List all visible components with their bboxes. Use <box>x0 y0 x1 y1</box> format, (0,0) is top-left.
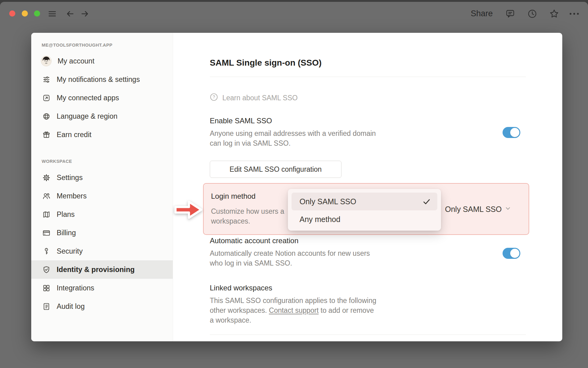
account-section-header: ME@TOOLSFORTHOUGHT.APP <box>42 43 112 48</box>
people-icon <box>42 191 51 201</box>
dropdown-option-label: Any method <box>300 215 340 224</box>
dropdown-option-label: Only SAML SSO <box>300 197 356 206</box>
document-list-icon <box>42 302 51 311</box>
learn-link-label: Learn about SAML SSO <box>222 94 298 102</box>
sidebar-item-security[interactable]: Security <box>31 242 173 260</box>
sidebar-item-label: Earn credit <box>57 131 92 139</box>
sidebar-item-integrations[interactable]: Integrations <box>31 279 173 297</box>
back-arrow-icon[interactable] <box>66 9 75 18</box>
enable-saml-description: Anyone using email addresses with a veri… <box>210 128 376 148</box>
sidebar-item-label: Settings <box>57 174 83 182</box>
toggle-knob <box>510 249 519 258</box>
avatar <box>41 56 52 67</box>
settings-sidebar: ME@TOOLSFORTHOUGHT.APP My account <box>31 33 173 341</box>
annotation-arrow-icon <box>173 198 204 223</box>
sidebar-item-label: Integrations <box>57 284 94 292</box>
zoom-button[interactable] <box>34 10 40 17</box>
gift-icon <box>42 130 51 139</box>
external-link-square-icon <box>42 93 51 102</box>
auto-account-toggle[interactable] <box>503 248 520 259</box>
enable-saml-toggle[interactable] <box>503 127 520 138</box>
svg-text:?: ? <box>213 94 215 99</box>
globe-icon <box>42 112 51 121</box>
sidebar-item-settings[interactable]: Settings <box>31 168 173 187</box>
check-icon <box>422 197 431 206</box>
sidebar-item-label: Language & region <box>57 112 118 121</box>
favorite-star-icon[interactable] <box>549 9 559 19</box>
share-button[interactable]: Share <box>471 9 493 18</box>
sidebar-item-label: My notifications & settings <box>57 75 140 84</box>
chevron-down-icon <box>504 205 511 214</box>
sidebar-item-label: My account <box>58 57 94 65</box>
question-circle-icon: ? <box>210 93 218 103</box>
more-ellipsis-icon[interactable] <box>568 10 580 18</box>
login-method-title: Login method <box>211 192 255 201</box>
workspace-section-header: WORKSPACE <box>42 159 72 164</box>
hamburger-menu-icon[interactable] <box>47 9 57 18</box>
edit-saml-config-button[interactable]: Edit SAML SSO configuration <box>210 161 341 178</box>
credit-card-icon <box>42 228 51 237</box>
sidebar-item-members[interactable]: Members <box>31 187 173 205</box>
login-method-select[interactable]: Only SAML SSO <box>445 205 511 214</box>
dropdown-option-only-saml-sso[interactable]: Only SAML SSO <box>292 193 437 210</box>
sidebar-item-billing[interactable]: Billing <box>31 224 173 242</box>
learn-about-saml-link[interactable]: ? Learn about SAML SSO <box>210 93 298 103</box>
page-title: SAML Single sign-on (SSO) <box>210 58 322 68</box>
login-method-description: Customize how users a workspaces. <box>211 206 284 226</box>
forward-arrow-icon[interactable] <box>80 9 89 18</box>
sidebar-item-earn-credit[interactable]: Earn credit <box>31 125 173 144</box>
linked-workspaces-title: Linked workspaces <box>210 284 272 292</box>
close-button[interactable] <box>9 10 15 17</box>
sidebar-item-my-account[interactable]: My account <box>31 52 173 70</box>
login-method-selected-value: Only SAML SSO <box>445 205 502 214</box>
sidebar-item-label: My connected apps <box>57 94 119 102</box>
auto-account-description: Automatically create Notion accounts for… <box>210 248 370 268</box>
sidebar-item-label: Audit log <box>57 302 85 311</box>
sidebar-item-label: Identity & provisioning <box>57 266 135 274</box>
sidebar-item-label: Billing <box>57 229 76 237</box>
sidebar-item-label: Members <box>57 192 87 200</box>
title-divider <box>210 77 526 77</box>
bottom-divider <box>210 335 526 335</box>
app-window-chrome: Share ME@TOOLSFORTHOUGHT.APP <box>0 2 588 368</box>
shield-check-icon <box>42 265 51 274</box>
sliders-icon <box>42 75 51 84</box>
contact-support-link[interactable]: Contact support <box>269 306 318 314</box>
toggle-knob <box>510 128 519 137</box>
sidebar-item-label: Security <box>57 247 83 255</box>
history-clock-icon[interactable] <box>527 9 537 19</box>
map-icon <box>42 210 51 219</box>
gear-icon <box>42 173 51 182</box>
settings-dialog: ME@TOOLSFORTHOUGHT.APP My account <box>31 33 562 341</box>
sidebar-item-language-region[interactable]: Language & region <box>31 107 173 125</box>
sidebar-item-notifications-settings[interactable]: My notifications & settings <box>31 70 173 89</box>
minimize-button[interactable] <box>22 10 28 17</box>
comments-icon[interactable] <box>505 9 515 19</box>
sidebar-item-plans[interactable]: Plans <box>31 205 173 224</box>
linked-workspaces-description: This SAML SSO configuration applies to t… <box>210 296 376 325</box>
login-method-dropdown-menu: Only SAML SSO Any method <box>288 189 441 231</box>
key-icon <box>42 247 51 256</box>
sidebar-item-audit-log[interactable]: Audit log <box>31 297 173 316</box>
dropdown-option-any-method[interactable]: Any method <box>292 211 437 228</box>
sidebar-item-label: Plans <box>57 210 75 219</box>
enable-saml-title: Enable SAML SSO <box>210 117 272 125</box>
sidebar-item-connected-apps[interactable]: My connected apps <box>31 89 173 107</box>
grid-icon <box>42 283 51 293</box>
sidebar-item-identity-provisioning[interactable]: Identity & provisioning <box>31 260 173 279</box>
auto-account-title: Automatic account creation <box>210 236 299 245</box>
